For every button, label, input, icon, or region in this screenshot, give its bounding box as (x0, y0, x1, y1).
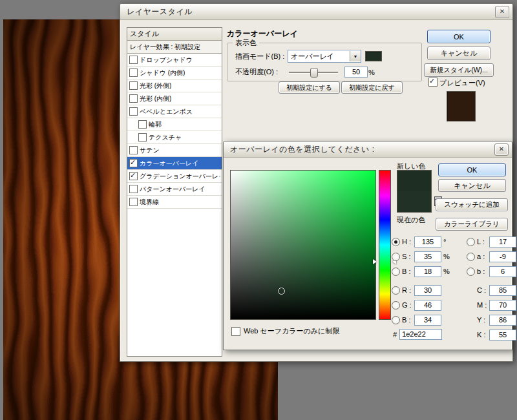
input-C[interactable]: 85 (489, 285, 516, 296)
style-item-checkbox[interactable] (129, 56, 138, 64)
input-M[interactable]: 70 (489, 300, 516, 311)
radio-S[interactable] (392, 253, 400, 261)
style-item-checkbox[interactable] (129, 198, 138, 206)
input-B2[interactable]: 34 (414, 315, 441, 326)
hex-field-row: # 1e2e22 (393, 329, 442, 340)
new-style-button[interactable]: 新規スタイル(W)... (424, 63, 494, 77)
opacity-slider[interactable] (289, 67, 338, 78)
color-picker-ok-button[interactable]: OK (438, 163, 506, 176)
current-color-swatch[interactable] (397, 191, 431, 212)
style-item-checkbox[interactable] (129, 81, 138, 90)
input-a[interactable]: -9 (489, 251, 516, 262)
radio-H[interactable] (392, 238, 400, 246)
style-item-label: ベベルとエンボス (140, 107, 193, 116)
color-libraries-button[interactable]: カラーライブラリ (436, 218, 508, 231)
style-item-checkbox[interactable] (129, 107, 138, 116)
style-item-label: シャドウ (内側) (140, 68, 185, 78)
color-picker-close-button[interactable] (494, 143, 509, 156)
color-field-row-G: G :46 (392, 299, 468, 311)
blend-mode-dropdown[interactable]: オーバーレイ (288, 50, 361, 63)
style-item-label: 光彩 (外側) (140, 81, 171, 90)
layer-style-ok-button[interactable]: OK (427, 30, 491, 43)
input-S[interactable]: 35 (414, 251, 441, 262)
layer-style-titlebar[interactable]: レイヤースタイル (120, 4, 512, 20)
style-item-label: パターンオーバーレイ (140, 185, 206, 194)
chevron-down-icon[interactable] (350, 51, 361, 61)
input-H[interactable]: 135 (414, 236, 441, 247)
style-item-11[interactable]: 境界線 (127, 196, 222, 209)
radio-L[interactable] (467, 238, 475, 246)
color-picker-cancel-button[interactable]: キャンセル (438, 179, 506, 192)
blend-mode-label: 描画モード(B) : (235, 52, 284, 61)
style-item-9[interactable]: グラデーションオーバーレイ (127, 170, 222, 183)
input-B[interactable]: 18 (414, 266, 441, 277)
style-item-checkbox[interactable] (138, 120, 147, 129)
style-item-1[interactable]: シャドウ (内側) (127, 67, 222, 79)
color-field-row-B: B :18% (392, 266, 468, 277)
label-Y: Y : (477, 316, 487, 324)
style-item-checkbox[interactable] (129, 159, 138, 167)
radio-B2[interactable] (392, 316, 400, 324)
label-B2: B : (402, 316, 412, 324)
style-item-label: グラデーションオーバーレイ (140, 172, 220, 181)
preview-checkbox[interactable] (428, 78, 438, 87)
reset-default-button[interactable]: 初期設定に戻す (341, 81, 403, 94)
color-field-cursor[interactable] (278, 288, 285, 295)
style-item-2[interactable]: 光彩 (外側) (127, 79, 222, 92)
opacity-input[interactable]: 50 (344, 67, 368, 78)
color-field-row-S: S :35% (392, 251, 468, 262)
input-b[interactable]: 6 (489, 266, 516, 277)
color-picker-dialog: オーバーレイの色を選択してください : 新しい色 現在の色 OK キャンセル ス… (223, 141, 512, 350)
style-item-checkbox[interactable] (129, 94, 138, 103)
input-R[interactable]: 30 (414, 285, 441, 296)
style-item-0[interactable]: ドロップシャドウ (127, 54, 222, 67)
color-field-row-B2: B :34 (392, 314, 468, 326)
layer-style-close-button[interactable] (495, 6, 509, 18)
style-item-checkbox[interactable] (129, 146, 138, 154)
input-K[interactable]: 55 (489, 330, 516, 341)
style-item-label: テクスチャ (149, 133, 182, 142)
radio-b[interactable] (467, 268, 475, 276)
style-item-checkbox[interactable] (129, 68, 138, 77)
input-Y[interactable]: 86 (489, 315, 516, 326)
lab-cmyk-fields-column: L :17a :-9b :6C :85%M :70%Y :86%K :55% (467, 236, 517, 344)
color-picker-title: オーバーレイの色を選択してください : (230, 144, 494, 155)
style-item-6[interactable]: テクスチャ (127, 131, 222, 144)
style-item-5[interactable]: 輪郭 (127, 118, 222, 131)
style-item-label: ドロップシャドウ (140, 56, 193, 65)
style-item-3[interactable]: 光彩 (内側) (127, 92, 222, 105)
web-safe-checkbox[interactable] (231, 327, 240, 336)
make-default-button[interactable]: 初期設定にする (279, 81, 340, 94)
hue-handle-left-arrow-icon (373, 259, 377, 264)
saturation-brightness-field[interactable] (230, 170, 376, 320)
layer-style-cancel-button[interactable]: キャンセル (427, 47, 491, 60)
style-item-label: 境界線 (140, 198, 159, 207)
style-item-8[interactable]: カラーオーバーレイ (127, 157, 222, 170)
add-to-swatches-button[interactable]: スウォッチに追加 (436, 198, 508, 211)
blend-color-swatch[interactable] (365, 51, 382, 61)
radio-R[interactable] (392, 286, 400, 295)
color-field-row-C: C :85% (467, 284, 517, 296)
color-field-row-b: b :6 (467, 266, 517, 277)
input-G[interactable]: 46 (414, 300, 441, 311)
label-M: M : (477, 301, 487, 309)
styles-panel-subheader[interactable]: レイヤー効果 : 初期設定 (127, 41, 222, 54)
styles-panel-header[interactable]: スタイル (127, 28, 222, 41)
opacity-slider-thumb[interactable] (310, 68, 318, 78)
current-color-label: 現在の色 (397, 215, 425, 225)
style-item-checkbox[interactable] (129, 172, 138, 180)
style-item-10[interactable]: パターンオーバーレイ (127, 183, 222, 196)
style-item-7[interactable]: サテン (127, 144, 222, 157)
color-picker-titlebar[interactable]: オーバーレイの色を選択してください : (224, 142, 512, 158)
label-b: b : (477, 268, 487, 275)
input-L[interactable]: 17 (489, 236, 516, 247)
style-item-checkbox[interactable] (129, 185, 138, 193)
hex-input[interactable]: 1e2e22 (399, 329, 442, 340)
radio-a[interactable] (467, 253, 475, 261)
style-item-4[interactable]: ベベルとエンボス (127, 105, 222, 118)
radio-G[interactable] (392, 301, 400, 310)
radio-B[interactable] (392, 268, 400, 276)
color-field-row-a: a :-9 (467, 251, 517, 262)
hue-slider[interactable] (379, 170, 391, 320)
style-item-checkbox[interactable] (138, 133, 147, 142)
